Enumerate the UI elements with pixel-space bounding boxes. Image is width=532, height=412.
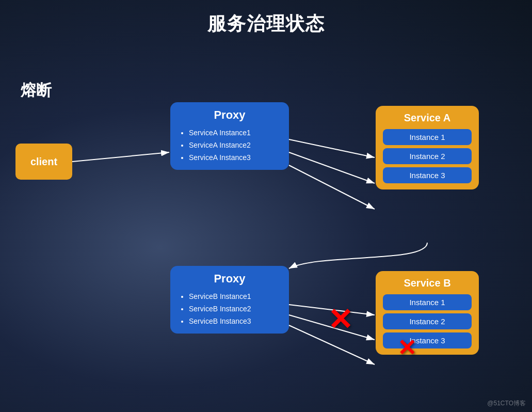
proxy-top-list: ServiceA Instance1 ServiceA Instance2 Se…	[180, 127, 280, 164]
list-item: ServiceA Instance2	[189, 139, 280, 152]
proxy-bottom-title: Proxy	[180, 272, 280, 286]
list-item: ServiceA Instance1	[189, 127, 280, 139]
service-b-instance-1: Instance 1	[383, 294, 472, 310]
service-b-box: Service B Instance 1 Instance 2 Instance…	[376, 271, 479, 355]
page-title: 服务治理状态	[0, 0, 532, 37]
service-b-title: Service B	[383, 277, 472, 289]
watermark: @51CTO博客	[487, 399, 526, 408]
proxy-bottom-list: ServiceB Instance1 ServiceB Instance2 Se…	[180, 291, 280, 327]
service-a-instance-3: Instance 3	[383, 167, 472, 183]
service-b-instance-3: Instance 3	[383, 332, 472, 348]
client-box: client	[15, 144, 72, 180]
list-item: ServiceA Instance3	[189, 152, 280, 164]
service-a-box: Service A Instance 1 Instance 2 Instance…	[376, 106, 479, 189]
proxy-top-title: Proxy	[180, 108, 280, 122]
svg-line-6	[289, 315, 375, 340]
section-label: 熔断	[21, 80, 52, 101]
service-a-instance-1: Instance 1	[383, 129, 472, 145]
svg-line-5	[289, 305, 375, 315]
svg-line-4	[289, 165, 375, 209]
svg-line-3	[289, 152, 375, 183]
list-item: ServiceB Instance2	[189, 303, 280, 315]
service-b-instance-2: Instance 2	[383, 313, 472, 329]
svg-line-2	[289, 139, 375, 157]
service-a-title: Service A	[383, 112, 472, 124]
service-a-instance-2: Instance 2	[383, 148, 472, 164]
list-item: ServiceB Instance3	[189, 315, 280, 328]
proxy-top-box: Proxy ServiceA Instance1 ServiceA Instan…	[170, 102, 289, 170]
svg-line-7	[289, 325, 375, 365]
svg-line-1	[72, 152, 169, 162]
block-mark-1: ✕	[328, 302, 353, 337]
proxy-bottom-box: Proxy ServiceB Instance1 ServiceB Instan…	[170, 266, 289, 334]
list-item: ServiceB Instance1	[189, 291, 280, 303]
